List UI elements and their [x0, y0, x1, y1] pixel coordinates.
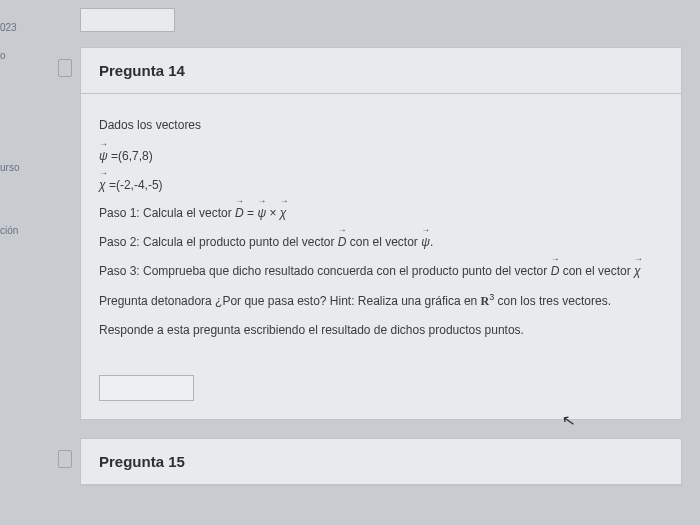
left-sidebar: 023 o urso ción	[0, 0, 50, 525]
main-content: Pregunta 14 Dados los vectores ψ ψ =(6,7…	[50, 0, 700, 525]
flag-icon[interactable]	[58, 450, 72, 468]
sidebar-fragment: 023	[0, 22, 17, 33]
question-body: Dados los vectores ψ ψ =(6,7,8)=(6,7,8) …	[81, 94, 681, 419]
question-15-block: Pregunta 15	[50, 438, 682, 486]
vector-chi-def: χ =(-2,-4,-5)	[99, 174, 663, 197]
sidebar-fragment: o	[0, 50, 6, 61]
question-14-block: Pregunta 14 Dados los vectores ψ ψ =(6,7…	[50, 47, 682, 420]
vector-psi-def: ψ ψ =(6,7,8)=(6,7,8)	[99, 145, 663, 168]
respond-line: Responde a esta pregunta escribiendo el …	[99, 319, 663, 342]
flag-column	[50, 438, 80, 486]
step-3: Paso 3: Comprueba que dicho resultado co…	[99, 260, 663, 283]
step-1: Paso 1: Calcula el vector D = ψ × χ	[99, 202, 663, 225]
previous-answer-row	[80, 8, 682, 32]
intro-text: Dados los vectores	[99, 114, 663, 137]
answer-input[interactable]	[99, 375, 194, 401]
question-card: Pregunta 15	[80, 438, 682, 486]
step-2: Paso 2: Calcula el producto punto del ve…	[99, 231, 663, 254]
hint-line: Pregunta detonadora ¿Por que pasa esto? …	[99, 289, 663, 313]
question-card: Pregunta 14 Dados los vectores ψ ψ =(6,7…	[80, 47, 682, 420]
sidebar-fragment: ción	[0, 225, 18, 236]
sidebar-fragment: urso	[0, 162, 19, 173]
question-title: Pregunta 14	[81, 48, 681, 94]
flag-column	[50, 47, 80, 420]
flag-icon[interactable]	[58, 59, 72, 77]
previous-answer-input[interactable]	[80, 8, 175, 32]
chi-symbol: χ	[99, 174, 106, 197]
question-title: Pregunta 15	[81, 439, 681, 485]
